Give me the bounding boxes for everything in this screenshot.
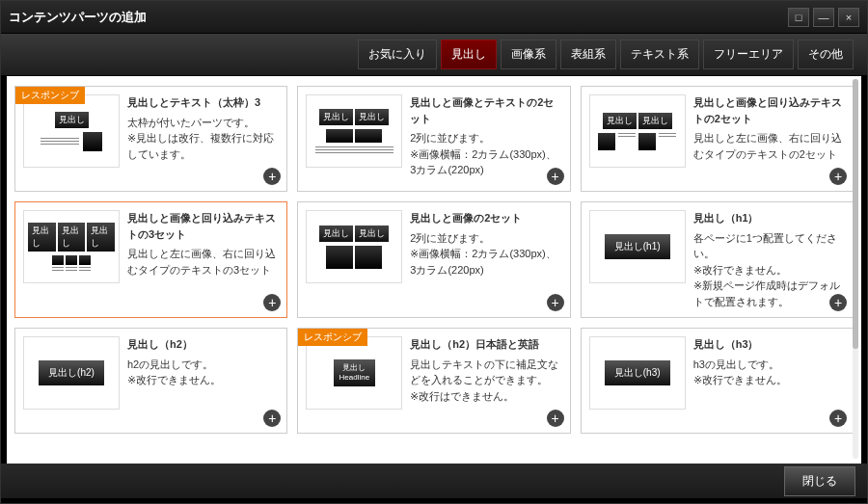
part-desc: h3の見出しです。 ※改行できません。 (693, 357, 845, 388)
part-desc: 見出しテキストの下に補足文などを入れることができます。 ※改行はできません。 (410, 357, 561, 405)
part-title: 見出しと画像の2セット (410, 210, 561, 226)
footer: 閉じる (1, 464, 867, 498)
part-card[interactable]: レスポンシブ 見出しHeadline 見出し（h2）日本語と英語 見出しテキスト… (297, 328, 570, 434)
add-icon[interactable]: + (547, 410, 564, 427)
part-thumbnail: 見出し見出し (306, 94, 402, 168)
tab-heading[interactable]: 見出し (441, 40, 497, 69)
tab-images[interactable]: 画像系 (501, 40, 556, 69)
part-card[interactable]: 見出し(h2) 見出し（h2） h2の見出しです。 ※改行できません。 + (14, 328, 287, 434)
add-icon[interactable]: + (547, 294, 564, 311)
part-card[interactable]: レスポンシブ 見出し 見出しとテキスト（太枠）3 太枠が付いたパーツです。 ※見… (14, 86, 287, 192)
titlebar: コンテンツパーツの追加 □ — × (1, 1, 867, 34)
minimize-button[interactable]: — (813, 8, 834, 27)
part-desc: 見出しと左に画像、右に回り込むタイプのテキストの2セット (693, 130, 845, 162)
part-thumbnail: 見出し (23, 94, 120, 168)
close-window-button[interactable]: × (838, 8, 859, 27)
part-title: 見出しとテキスト（太枠）3 (127, 94, 279, 111)
add-icon[interactable]: + (829, 168, 847, 185)
part-desc: 2列に並びます。 ※画像横幅：2カラム(330px)、3カラム(220px) (410, 130, 561, 178)
tab-text[interactable]: テキスト系 (620, 40, 699, 69)
part-desc: 各ページに1つ配置してください。 ※改行できません。 ※新規ページ作成時はデフォ… (693, 230, 845, 310)
responsive-badge: レスポンシブ (15, 87, 85, 104)
window-title: コンテンツパーツの追加 (9, 9, 147, 26)
maximize-button[interactable]: □ (788, 8, 809, 27)
part-card[interactable]: 見出し(h1) 見出し（h1） 各ページに1つ配置してください。 ※改行できませ… (581, 201, 854, 318)
tab-freearea[interactable]: フリーエリア (703, 40, 794, 69)
part-desc: 見出しと左に画像、右に回り込むタイプのテキストの3セット (127, 246, 279, 278)
part-thumbnail: 見出し(h2) (23, 336, 120, 410)
part-thumbnail: 見出し(h1) (589, 210, 686, 283)
add-icon[interactable]: + (547, 168, 564, 185)
part-thumbnail: 見出しHeadline (306, 336, 402, 410)
part-thumbnail: 見出し見出し (306, 210, 402, 283)
part-thumbnail: 見出し見出し見出し (23, 210, 120, 283)
close-button[interactable]: 閉じる (784, 466, 855, 496)
part-card[interactable]: 見出し見出し 見出しと画像とテキストの2セット 2列に並びます。 ※画像横幅：2… (297, 86, 570, 192)
part-card[interactable]: 見出し見出し 見出しと画像と回り込みテキストの2セット 見出しと左に画像、右に回… (581, 86, 854, 192)
add-icon[interactable]: + (829, 294, 847, 311)
tab-favorites[interactable]: お気に入り (358, 40, 437, 69)
part-thumbnail: 見出し(h3) (589, 336, 686, 410)
scrollbar[interactable] (853, 79, 858, 459)
part-title: 見出し（h3） (693, 336, 845, 353)
part-desc: 太枠が付いたパーツです。 ※見出しは改行、複数行に対応しています。 (127, 115, 279, 163)
tab-other[interactable]: その他 (798, 40, 854, 69)
tab-tables[interactable]: 表組系 (560, 40, 616, 69)
part-title: 見出し（h2） (127, 336, 279, 353)
part-title: 見出しと画像と回り込みテキストの2セット (693, 94, 845, 126)
part-card[interactable]: 見出し見出し 見出しと画像の2セット 2列に並びます。 ※画像横幅：2カラム(3… (297, 201, 570, 318)
part-desc: h2の見出しです。 ※改行できません。 (127, 357, 279, 388)
part-card[interactable]: 見出し(h3) 見出し（h3） h3の見出しです。 ※改行できません。 + (581, 328, 854, 434)
part-card[interactable]: 見出し見出し見出し 見出しと画像と回り込みテキストの3セット 見出しと左に画像、… (14, 201, 287, 318)
add-icon[interactable]: + (829, 410, 847, 427)
tab-bar: お気に入り 見出し 画像系 表組系 テキスト系 フリーエリア その他 (1, 34, 867, 76)
responsive-badge: レスポンシブ (298, 329, 367, 346)
part-thumbnail: 見出し見出し (589, 94, 686, 168)
part-title: 見出し（h1） (693, 210, 845, 226)
content-area: レスポンシブ 見出し 見出しとテキスト（太枠）3 太枠が付いたパーツです。 ※見… (7, 76, 861, 464)
part-title: 見出し（h2）日本語と英語 (410, 336, 561, 353)
part-desc: 2列に並びます。 ※画像横幅：2カラム(330px)、3カラム(220px) (410, 230, 561, 279)
part-title: 見出しと画像と回り込みテキストの3セット (127, 210, 279, 242)
part-title: 見出しと画像とテキストの2セット (410, 94, 561, 126)
